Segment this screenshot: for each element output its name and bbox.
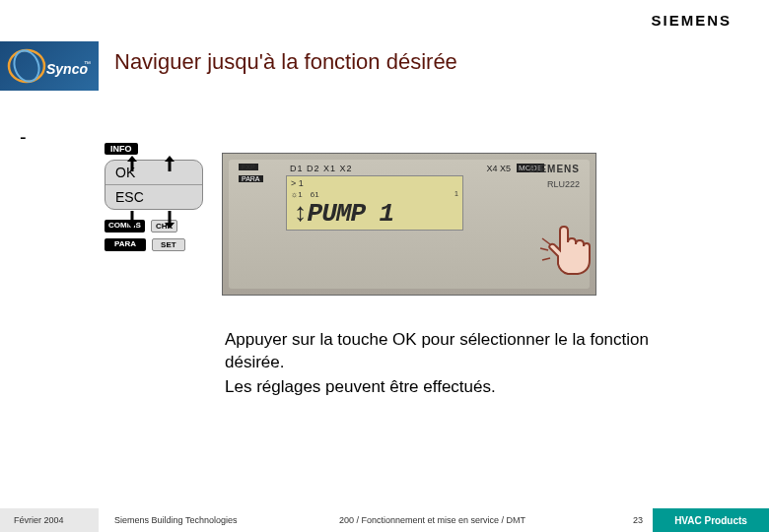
fxp-label: FXP <box>239 164 258 170</box>
footer-doc: 200 / Fonctionnement et mise en service … <box>339 515 525 525</box>
footer: Février 2004 Siemens Building Technologi… <box>0 508 769 532</box>
device-photo: FXP PARA D1 D2 X1 X2 X4 X5 MODE SIEMENS … <box>222 153 596 296</box>
lcd-screen: > 1 ☼1 61 1 ↕PUMP 1 <box>286 175 463 231</box>
siemens-logo: SIEMENS <box>651 12 732 29</box>
set-button-label: SET <box>152 238 185 251</box>
instruction-text: Appuyer sur la touche OK pour sélectionn… <box>225 329 659 401</box>
svg-marker-7 <box>165 156 175 162</box>
lcd-sym3: 1 <box>454 190 458 199</box>
instruction-line1: Appuyer sur la touche OK pour sélectionn… <box>225 329 659 374</box>
lcd-top-line: > 1 <box>287 176 462 190</box>
device-brand: SIEMENS <box>528 164 580 174</box>
instruction-line2: Les réglages peuvent être effectués. <box>225 376 659 399</box>
pin-labels-right: X4 X5 <box>486 164 511 173</box>
bullet-dash: - <box>20 126 27 149</box>
slide-title: Naviguer jusqu'à la fonction désirée <box>114 49 457 75</box>
hand-pointer-icon <box>538 219 597 278</box>
svg-line-13 <box>540 248 548 250</box>
arrows-up-icon <box>126 156 181 173</box>
lcd-main-text: ↕PUMP 1 <box>287 199 462 229</box>
lcd-sym1: ☼1 <box>291 190 303 199</box>
nav-diagram: INFO OK ESC COMMIS CHK PARA SET <box>99 138 207 251</box>
footer-company: Siemens Building Technologies <box>114 515 237 525</box>
pin-labels: D1 D2 X1 X2 <box>290 164 353 173</box>
arrows-down-icon <box>126 211 181 229</box>
footer-page: 23 <box>633 515 643 525</box>
svg-line-14 <box>542 258 550 260</box>
svg-marker-9 <box>127 223 137 229</box>
svg-line-12 <box>542 238 550 244</box>
para-button-label: PARA <box>105 238 146 251</box>
svg-text:™: ™ <box>84 60 91 67</box>
synco-logo: Synco ™ <box>0 41 99 91</box>
svg-marker-5 <box>127 156 137 162</box>
svg-marker-11 <box>165 223 175 229</box>
device-model: RLU222 <box>547 179 580 189</box>
footer-product: HVAC Products <box>653 508 769 532</box>
info-button-label: INFO <box>105 143 138 155</box>
lcd-sym2: 61 <box>311 190 319 199</box>
svg-text:Synco: Synco <box>46 61 88 77</box>
esc-label: ESC <box>105 185 202 209</box>
para-label: PARA <box>239 175 263 182</box>
footer-date: Février 2004 <box>14 515 64 525</box>
